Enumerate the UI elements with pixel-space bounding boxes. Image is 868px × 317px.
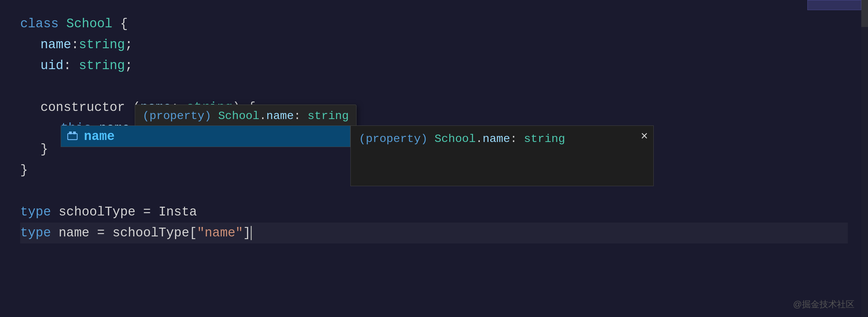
dp-colon: : <box>510 133 524 145</box>
punct-brace: { <box>113 13 128 34</box>
dp-dot: . <box>476 133 483 145</box>
detail-panel: × (property) School.name: string <box>350 125 654 186</box>
school-type-decl: schoolType = Insta <box>51 202 197 223</box>
svg-rect-0 <box>68 134 77 140</box>
scrollbar[interactable] <box>861 0 868 317</box>
punct-close-brace-1: } <box>40 139 48 160</box>
autocomplete-item-name[interactable]: name <box>61 126 350 147</box>
prop-name: name <box>40 34 71 55</box>
autocomplete-dropdown[interactable]: name <box>61 125 350 147</box>
tooltip-propname: name <box>266 110 294 122</box>
keyword-class: class <box>20 13 66 34</box>
editor-area: class School { name:string; uid: string;… <box>0 0 868 317</box>
tooltip-typename: string <box>308 110 349 122</box>
kw-type-2: type <box>20 223 51 243</box>
text-cursor <box>251 226 252 240</box>
tooltip-colon: : <box>294 110 308 122</box>
autocomplete-label-name: name <box>84 129 115 144</box>
punct-colon-2: : <box>63 55 79 76</box>
kw-type-1: type <box>20 202 51 223</box>
close-button[interactable]: × <box>641 130 648 144</box>
type-string-2: string <box>79 55 125 76</box>
tooltip-dot: . <box>259 110 266 122</box>
svg-rect-1 <box>69 132 72 134</box>
str-name: "name" <box>197 223 243 243</box>
class-name-school: School <box>66 13 113 34</box>
code-line-1: class School { <box>20 13 848 34</box>
code-line-3: uid: string; <box>20 55 848 76</box>
scrollbar-thumb[interactable] <box>861 0 868 27</box>
punct-colon: : <box>71 34 79 55</box>
punct-close-brace-2: } <box>20 160 28 181</box>
punct-semi-1: ; <box>125 34 133 55</box>
code-line-11: type name = schoolType["name"] <box>20 223 848 243</box>
watermark: @掘金技术社区 <box>793 298 855 310</box>
dp-keyword: (property) <box>359 133 434 145</box>
tooltip-keyword: (property) <box>143 110 218 122</box>
dp-classname: School <box>434 133 475 145</box>
name-decl: name = schoolType[ <box>51 223 197 243</box>
dp-propname: name <box>483 133 510 145</box>
tooltip-classname: School <box>218 110 259 122</box>
svg-rect-2 <box>73 132 76 134</box>
property-icon <box>66 130 79 142</box>
minimap <box>807 0 861 10</box>
code-line-2: name:string; <box>20 34 848 55</box>
prop-uid: uid <box>40 55 63 76</box>
dp-typename: string <box>524 133 565 145</box>
code-line-10: type schoolType = Insta <box>20 202 848 223</box>
constructor-kw: constructor <box>40 97 133 118</box>
hover-tooltip: (property) School.name: string <box>135 105 356 127</box>
type-string-1: string <box>79 34 125 55</box>
punct-bracket: ] <box>243 223 251 243</box>
punct-semi-2: ; <box>125 55 133 76</box>
code-line-4 <box>20 76 848 97</box>
